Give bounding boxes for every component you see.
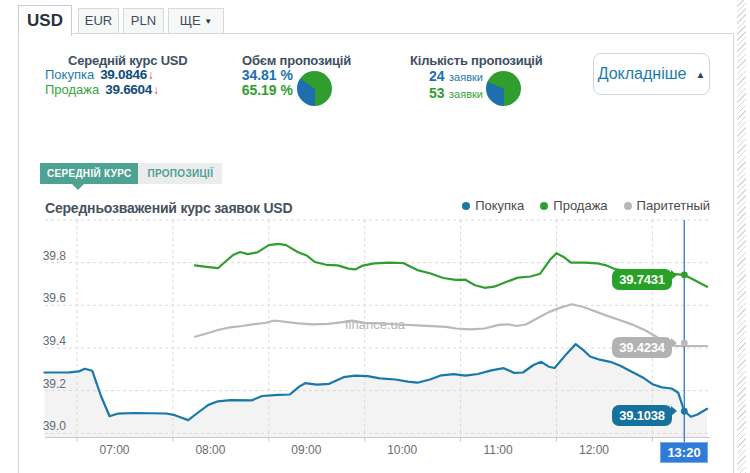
legend-item-parity[interactable]: Паритетный <box>624 198 710 213</box>
legend-item-sell[interactable]: Продажа <box>540 198 607 213</box>
details-button[interactable]: Докладніше ▲ <box>593 53 710 95</box>
toggle-pointer <box>72 184 84 190</box>
volume-title: Обєм пропозицій <box>242 53 351 68</box>
count-sell-unit: заявки <box>449 88 483 100</box>
down-arrow-icon: ↓ <box>153 83 159 97</box>
x-axis-label: 09:00 <box>281 443 331 457</box>
y-axis-label: 39.2 <box>38 377 66 391</box>
avg-rate-block: Покупка39.0846↓ Продажа39.6604↓ <box>45 67 159 97</box>
triangle-up-icon: ▲ <box>695 69 705 80</box>
volume-buy-pct: 34.81 % <box>233 68 293 83</box>
count-pie-chart <box>486 71 521 106</box>
x-axis-label: 11:00 <box>473 443 523 457</box>
chart-legend: Покупка Продажа Паритетный <box>462 198 710 213</box>
tab-pln[interactable]: PLN <box>123 8 164 33</box>
series-value-label-1: 39.7431 <box>612 269 672 290</box>
avg-sell-row: Продажа39.6604↓ <box>45 83 159 97</box>
count-values: 24 заявки 53 заявки <box>413 68 483 102</box>
x-axis-label: 10:00 <box>377 443 427 457</box>
count-sell-row: 53 заявки <box>413 85 483 102</box>
sell-label: Продажа <box>45 82 99 97</box>
toggle-propositions[interactable]: ПРОПОЗИЦІЇ <box>138 163 222 184</box>
volume-sell-pct: 65.19 % <box>233 83 293 98</box>
chevron-down-icon: ▼ <box>204 17 212 26</box>
value-label-pointer-icon <box>671 338 677 348</box>
count-buy-row: 24 заявки <box>413 68 483 85</box>
legend-label: Покупка <box>475 198 524 213</box>
volume-values: 34.81 % 65.19 % <box>233 68 293 98</box>
count-sell-num: 53 <box>429 85 445 101</box>
x-axis-label: 08:00 <box>185 443 235 457</box>
y-axis-label: 39.4 <box>38 334 66 348</box>
tab-more-currencies[interactable]: ЩЕ ▼ <box>168 8 224 33</box>
sell-rate-value: 39.6604 <box>105 82 152 97</box>
legend-dot-green-icon <box>540 202 548 210</box>
legend-dot-blue-icon <box>462 202 470 210</box>
count-title: Кількість пропозицій <box>410 53 543 68</box>
tab-eur[interactable]: EUR <box>78 8 119 33</box>
value-label-pointer-icon <box>671 270 677 280</box>
series-value-label-0: 39.1038 <box>612 405 672 426</box>
avg-buy-row: Покупка39.0846↓ <box>45 68 159 82</box>
x-axis-label: 07:00 <box>90 443 140 457</box>
y-axis-label: 39.0 <box>38 419 66 433</box>
legend-dot-gray-icon <box>624 202 632 210</box>
tab-more-label: ЩЕ <box>180 13 201 28</box>
y-axis-label: 39.6 <box>38 291 66 305</box>
chart-title: Середньозважений курс заявок USD <box>45 200 292 216</box>
x-axis-label: 12:00 <box>569 443 619 457</box>
legend-item-buy[interactable]: Покупка <box>462 198 524 213</box>
buy-rate-value: 39.0846 <box>100 67 147 82</box>
details-button-label: Докладніше <box>598 65 687 83</box>
tab-usd[interactable]: USD <box>18 5 72 36</box>
count-buy-num: 24 <box>429 68 445 84</box>
view-toggle: СЕРЕДНІЙ КУРС ПРОПОЗИЦІЇ <box>40 163 222 184</box>
series-value-label-2: 39.4234 <box>612 337 672 358</box>
crosshair-time-badge: 13:20 <box>660 442 708 463</box>
count-buy-unit: заявки <box>449 71 483 83</box>
watermark: finance.ua <box>345 317 405 332</box>
buy-label: Покупка <box>45 67 94 82</box>
page-edge-hatch <box>737 0 746 473</box>
legend-label: Продажа <box>553 198 607 213</box>
toggle-average-rate[interactable]: СЕРЕДНІЙ КУРС <box>40 163 138 184</box>
value-label-pointer-icon <box>671 406 677 416</box>
avg-rate-title: Середній курс USD <box>68 53 188 68</box>
volume-pie-chart <box>297 71 332 106</box>
down-arrow-icon: ↓ <box>148 68 154 82</box>
legend-label: Паритетный <box>637 198 710 213</box>
y-axis-label: 39.8 <box>38 249 66 263</box>
